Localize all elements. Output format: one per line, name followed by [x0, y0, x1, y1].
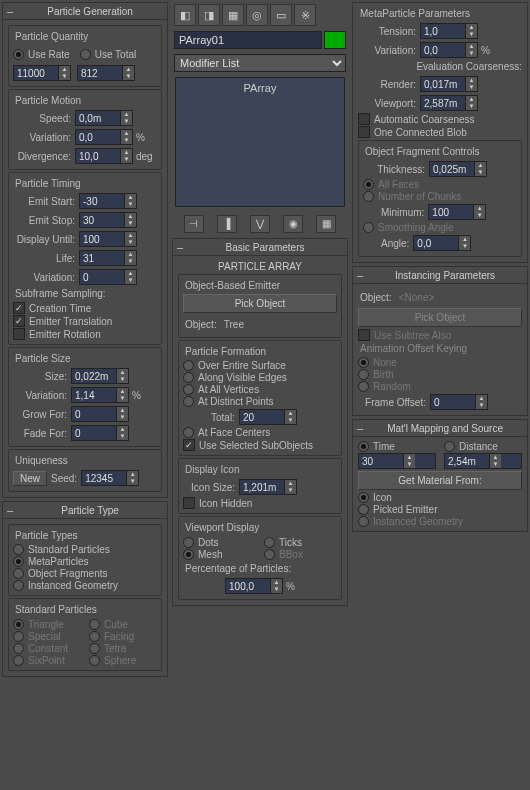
unique-icon[interactable]: ⋁	[250, 215, 270, 233]
group-label: Particle Timing	[15, 178, 157, 189]
rate-spinner[interactable]: ▲▼	[13, 65, 71, 81]
pick-object-button[interactable]: Pick Object	[183, 294, 337, 313]
group-label: Display Icon	[185, 464, 337, 475]
time-radio[interactable]: Time	[358, 441, 436, 452]
tetra-radio: Tetra	[89, 643, 157, 654]
mat-instanced-radio: Instanced Geometry	[358, 516, 522, 527]
mat-icon-radio[interactable]: Icon	[358, 492, 522, 503]
emit-start-spinner[interactable]: ▲▼	[79, 193, 137, 209]
group-label: Standard Particles	[15, 604, 157, 615]
object-fragments-radio[interactable]: Object Fragments	[13, 568, 157, 579]
use-selected-check[interactable]: Use Selected SubObjects	[183, 439, 337, 451]
size-spinner[interactable]: ▲▼	[71, 368, 129, 384]
heading: PARTICLE ARRAY	[178, 261, 342, 272]
speed-spinner[interactable]: ▲▼	[75, 110, 133, 126]
sphere-radio: Sphere	[89, 655, 157, 666]
mat-picked-radio[interactable]: Picked Emitter	[358, 504, 522, 515]
get-material-button[interactable]: Get Material From:	[358, 471, 522, 490]
collapse-icon[interactable]: –	[357, 422, 363, 434]
rollup-title: Basic Parameters	[187, 242, 343, 253]
tool-icon[interactable]: ◧	[174, 4, 196, 26]
triangle-radio: Triangle	[13, 619, 81, 630]
emitter-translation-check[interactable]: Emitter Translation	[13, 315, 157, 327]
num-chunks-radio: Number of Chunks	[363, 191, 517, 202]
pin-stack-icon[interactable]: ⊣	[184, 215, 204, 233]
creation-time-check[interactable]: Creation Time	[13, 302, 157, 314]
min-chunks-spinner: ▲▼	[428, 204, 486, 220]
total-points-spinner: ▲▼	[239, 409, 297, 425]
seed-spinner[interactable]: ▲▼	[81, 470, 139, 486]
group-label: Uniqueness	[15, 455, 157, 466]
size-var-spinner[interactable]: ▲▼	[71, 387, 129, 403]
all-faces-radio: All Faces	[363, 179, 517, 190]
one-blob-check[interactable]: One Connected Blob	[358, 126, 522, 138]
rollup-title: Particle Type	[17, 505, 163, 516]
facing-radio: Facing	[89, 631, 157, 642]
std-particles-radio[interactable]: Standard Particles	[13, 544, 157, 555]
collapse-icon[interactable]: –	[7, 5, 13, 17]
object-name-input[interactable]	[174, 31, 322, 49]
pct-spinner[interactable]: ▲▼	[225, 578, 283, 594]
group-label: Object Fragment Controls	[365, 146, 517, 157]
distance-radio[interactable]: Distance	[444, 441, 522, 452]
display-until-spinner[interactable]: ▲▼	[79, 231, 137, 247]
collapse-icon[interactable]: –	[357, 269, 363, 281]
rollup-title: Instancing Parameters	[367, 270, 523, 281]
mesh-radio[interactable]: Mesh	[183, 549, 256, 560]
face-centers-radio[interactable]: At Face Centers	[183, 427, 337, 438]
show-end-icon[interactable]: ▐	[217, 215, 237, 233]
auto-coarseness-check[interactable]: Automatic Coarseness	[358, 113, 522, 125]
meta-var-spinner[interactable]: ▲▼	[420, 42, 478, 58]
smoothing-angle-radio: Smoothing Angle	[363, 222, 517, 233]
render-coarse-spinner[interactable]: ▲▼	[420, 76, 478, 92]
thickness-spinner: ▲▼	[429, 161, 487, 177]
keying-birth-radio: Birth	[358, 369, 522, 380]
time-spinner[interactable]: ▲▼	[358, 453, 436, 469]
modifier-list-select[interactable]: Modifier List	[174, 54, 346, 72]
icon-hidden-check[interactable]: Icon Hidden	[183, 497, 337, 509]
timing-var-spinner[interactable]: ▲▼	[79, 269, 137, 285]
tool-icon[interactable]: ◎	[246, 4, 268, 26]
grow-spinner[interactable]: ▲▼	[71, 406, 129, 422]
emit-stop-spinner[interactable]: ▲▼	[79, 212, 137, 228]
distinct-points-radio[interactable]: At Distinct Points	[183, 396, 337, 407]
emitter-rotation-check[interactable]: Emitter Rotation	[13, 328, 157, 340]
fade-spinner[interactable]: ▲▼	[71, 425, 129, 441]
keying-none-radio: None	[358, 357, 522, 368]
frame-offset-spinner: ▲▼	[430, 394, 488, 410]
collapse-icon[interactable]: –	[7, 504, 13, 516]
ticks-radio[interactable]: Ticks	[264, 537, 337, 548]
tool-icon[interactable]: ※	[294, 4, 316, 26]
dots-radio[interactable]: Dots	[183, 537, 256, 548]
new-seed-button[interactable]: New	[13, 471, 47, 486]
cube-radio: Cube	[89, 619, 157, 630]
viewport-coarse-spinner[interactable]: ▲▼	[420, 95, 478, 111]
tool-icon[interactable]: ▦	[222, 4, 244, 26]
divergence-spinner[interactable]: ▲▼	[75, 148, 133, 164]
rollup-title: Mat'l Mapping and Source	[367, 423, 523, 434]
group-label: Particle Types	[15, 530, 157, 541]
remove-icon[interactable]: ◉	[283, 215, 303, 233]
along-edges-radio[interactable]: Along Visible Edges	[183, 372, 337, 383]
at-vertices-radio[interactable]: At All Vertices	[183, 384, 337, 395]
configure-icon[interactable]: ▦	[316, 215, 336, 233]
over-surface-radio[interactable]: Over Entire Surface	[183, 360, 337, 371]
use-rate-radio[interactable]: Use Rate	[13, 49, 70, 60]
group-label: MetaParticle Parameters	[360, 8, 522, 19]
total-spinner[interactable]: ▲▼	[77, 65, 135, 81]
life-spinner[interactable]: ▲▼	[79, 250, 137, 266]
rollup-title: Particle Generation	[17, 6, 163, 17]
collapse-icon[interactable]: –	[177, 241, 183, 253]
tool-icon[interactable]: ▭	[270, 4, 292, 26]
group-label: Particle Quantity	[15, 31, 157, 42]
variation-spinner[interactable]: ▲▼	[75, 129, 133, 145]
icon-size-spinner[interactable]: ▲▼	[239, 479, 297, 495]
tension-spinner[interactable]: ▲▼	[420, 23, 478, 39]
use-subtree-check: Use Subtree Also	[358, 329, 522, 341]
color-swatch[interactable]	[324, 31, 346, 49]
use-total-radio[interactable]: Use Total	[80, 49, 137, 60]
instanced-geom-radio[interactable]: Instanced Geometry	[13, 580, 157, 591]
meta-particles-radio[interactable]: MetaParticles	[13, 556, 157, 567]
modifier-stack[interactable]: PArray	[175, 77, 345, 207]
tool-icon[interactable]: ◨	[198, 4, 220, 26]
